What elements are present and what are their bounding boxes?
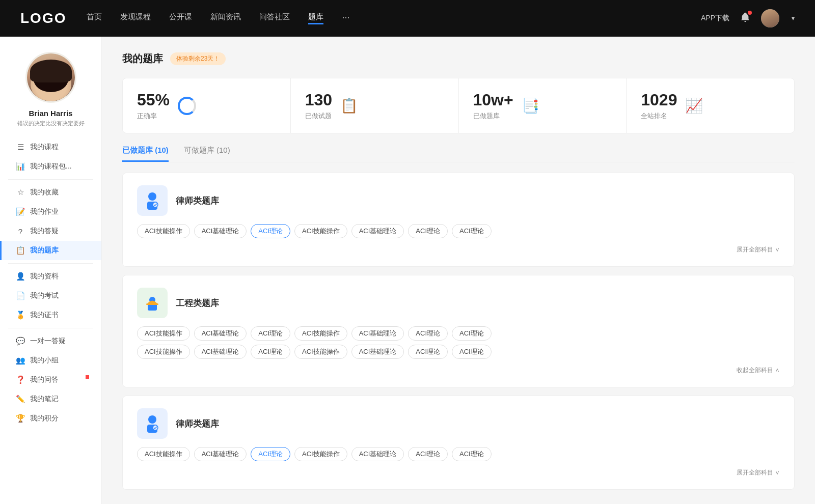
bank-tag[interactable]: ACI理论 xyxy=(408,326,448,341)
bank-tag[interactable]: ACI理论 xyxy=(452,345,492,359)
bank-tag[interactable]: ACI技能操作 xyxy=(294,224,347,238)
sidebar-item-one-on-one[interactable]: 💬 一对一答疑 xyxy=(0,331,101,351)
bank-tag[interactable]: ACI基础理论 xyxy=(194,345,247,359)
bank-tag[interactable]: ACI技能操作 xyxy=(294,345,347,359)
bank-tag[interactable]: ACI基础理论 xyxy=(194,447,247,461)
tab-done[interactable]: 已做题库 (10) xyxy=(122,146,169,162)
sidebar-item-profile[interactable]: 👤 我的资料 xyxy=(0,267,101,286)
answers-icon: ❓ xyxy=(16,375,25,384)
points-icon: 🏆 xyxy=(16,414,25,423)
lawyer1-tags: ACI技能操作ACI基础理论ACI理论ACI技能操作ACI基础理论ACI理论AC… xyxy=(137,224,780,238)
nav-news[interactable]: 新闻资讯 xyxy=(210,12,241,24)
tab-available[interactable]: 可做题库 (10) xyxy=(184,146,230,162)
bank-tag[interactable]: ACI理论 xyxy=(408,224,448,238)
stats-row: 55% 正确率 130 已做试题 📋 10w+ 已做题库 📑 xyxy=(122,78,795,133)
lawyer2-bank-title: 律师类题库 xyxy=(176,418,219,430)
stat-rank-label: 全站排名 xyxy=(641,111,677,121)
stat-banks-done: 10w+ 已做题库 📑 xyxy=(459,78,627,133)
course-pack-icon: 📊 xyxy=(16,162,25,171)
sidebar-item-exam[interactable]: 📄 我的考试 xyxy=(0,286,101,305)
sidebar-item-collection[interactable]: ☆ 我的收藏 xyxy=(0,183,101,202)
user-avatar[interactable] xyxy=(761,9,779,27)
nav-discover[interactable]: 发现课程 xyxy=(120,12,151,24)
sidebar-item-label: 我的题库 xyxy=(30,246,59,255)
bank-tag[interactable]: ACI理论 xyxy=(251,224,290,238)
sidebar-avatar[interactable] xyxy=(25,52,76,103)
engineer-bank-icon xyxy=(137,288,168,318)
stat-accuracy-label: 正确率 xyxy=(137,111,170,121)
bank-tag[interactable]: ACI理论 xyxy=(251,447,290,461)
sidebar-item-points[interactable]: 🏆 我的积分 xyxy=(0,409,101,428)
bank-tag[interactable]: ACI技能操作 xyxy=(137,447,190,461)
bank-tag[interactable]: ACI技能操作 xyxy=(137,345,190,359)
bank-tag[interactable]: ACI基础理论 xyxy=(194,224,247,238)
app-download-button[interactable]: APP下载 xyxy=(701,14,729,23)
sidebar-item-qa[interactable]: ? 我的答疑 xyxy=(0,221,101,241)
profile-icon: 👤 xyxy=(16,272,25,281)
lawyer1-toggle[interactable]: 展开全部科目 ∨ xyxy=(737,246,780,253)
bank-tag[interactable]: ACI理论 xyxy=(452,326,492,341)
bank-tag[interactable]: ACI理论 xyxy=(408,447,448,461)
group-icon: 👥 xyxy=(16,356,25,365)
stat-questions-done-value: 130 xyxy=(305,91,332,109)
sidebar-item-label: 我的资料 xyxy=(30,272,59,281)
nav-open-course[interactable]: 公开课 xyxy=(169,12,192,24)
bank-card-engineer: 工程类题库 ACI技能操作ACI基础理论ACI理论ACI技能操作ACI基础理论A… xyxy=(122,275,795,387)
sidebar-item-question-bank[interactable]: 📋 我的题库 xyxy=(0,241,101,260)
svg-point-6 xyxy=(148,415,156,424)
nav-qa[interactable]: 问答社区 xyxy=(259,12,290,24)
sidebar-item-course[interactable]: ☰ 我的课程 xyxy=(0,137,101,157)
bank-tag[interactable]: ACI基础理论 xyxy=(351,224,404,238)
qa-icon: ? xyxy=(16,227,25,236)
navbar-right: APP下载 ▾ xyxy=(701,9,795,27)
nav-home[interactable]: 首页 xyxy=(87,12,102,24)
bank-tag[interactable]: ACI技能操作 xyxy=(294,326,347,341)
lawyer2-tags: ACI技能操作ACI基础理论ACI理论ACI技能操作ACI基础理论ACI理论AC… xyxy=(137,447,780,461)
sidebar-item-answers[interactable]: ❓ 我的问答 xyxy=(0,370,101,389)
bank-tag[interactable]: ACI理论 xyxy=(251,326,290,341)
exam-icon: 📄 xyxy=(16,291,25,300)
sidebar-item-cert[interactable]: 🏅 我的证书 xyxy=(0,305,101,325)
sidebar-item-group[interactable]: 👥 我的小组 xyxy=(0,351,101,370)
stat-questions-done-label: 已做试题 xyxy=(305,111,332,121)
bank-tag[interactable]: ACI技能操作 xyxy=(137,326,190,341)
lawyer2-bank-icon xyxy=(137,408,168,439)
bank-tag[interactable]: ACI基础理论 xyxy=(351,345,404,359)
sidebar-item-homework[interactable]: 📝 我的作业 xyxy=(0,202,101,221)
user-menu-chevron[interactable]: ▾ xyxy=(792,15,795,22)
engineer-toggle[interactable]: 收起全部科目 ∧ xyxy=(737,367,780,374)
sidebar-divider-1 xyxy=(8,179,93,180)
bank-tag[interactable]: ACI理论 xyxy=(251,345,290,359)
tabs: 已做题库 (10) 可做题库 (10) xyxy=(122,146,795,162)
lawyer1-footer: 展开全部科目 ∨ xyxy=(137,244,780,254)
sidebar-item-label: 我的课程 xyxy=(30,143,59,152)
bank-tag[interactable]: ACI理论 xyxy=(452,447,492,461)
sidebar-item-label: 我的问答 xyxy=(30,375,59,384)
bank-tag[interactable]: ACI基础理论 xyxy=(351,326,404,341)
svg-point-0 xyxy=(148,192,156,201)
bank-tag[interactable]: ACI理论 xyxy=(452,224,492,238)
sidebar-item-course-pack[interactable]: 📊 我的课程包... xyxy=(0,157,101,176)
nav-question-bank[interactable]: 题库 xyxy=(308,12,323,24)
sidebar-motto: 错误的决定比没有决定要好 xyxy=(17,120,85,127)
bank-tag[interactable]: ACI理论 xyxy=(408,345,448,359)
bank-tag[interactable]: ACI技能操作 xyxy=(294,447,347,461)
sidebar-item-label: 我的作业 xyxy=(30,207,59,216)
page-wrap: Brian Harris 错误的决定比没有决定要好 ☰ 我的课程 📊 我的课程包… xyxy=(0,37,815,504)
bank-tag[interactable]: ACI基础理论 xyxy=(194,326,247,341)
bank-tag[interactable]: ACI基础理论 xyxy=(351,447,404,461)
sidebar-item-label: 我的考试 xyxy=(30,291,59,300)
navbar: LOGO 首页 发现课程 公开课 新闻资讯 问答社区 题库 ··· APP下载 … xyxy=(0,0,815,37)
stat-rank: 1029 全站排名 📈 xyxy=(627,78,794,133)
notification-dot xyxy=(748,11,752,15)
nav-more[interactable]: ··· xyxy=(342,12,349,24)
page-title: 我的题库 xyxy=(122,52,163,66)
bank-tag[interactable]: ACI技能操作 xyxy=(137,224,190,238)
logo: LOGO xyxy=(20,10,66,26)
lawyer2-toggle[interactable]: 展开全部科目 ∨ xyxy=(737,469,780,476)
sidebar-item-notes[interactable]: ✏️ 我的笔记 xyxy=(0,389,101,409)
notification-bell[interactable] xyxy=(740,12,751,25)
sidebar-user-name: Brian Harris xyxy=(29,109,73,118)
cert-icon: 🏅 xyxy=(16,311,25,320)
question-bank-icon: 📋 xyxy=(16,246,25,255)
